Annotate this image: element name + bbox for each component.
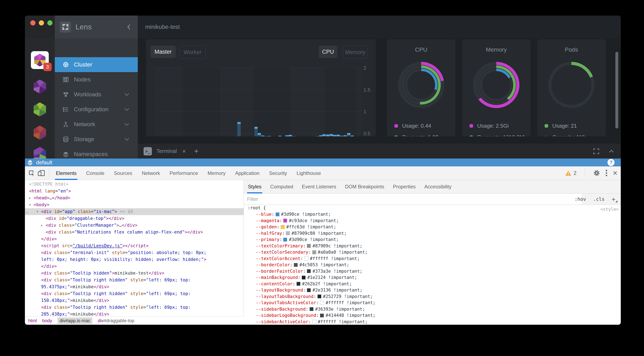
css-variable-row[interactable]: --textColorSecondary:#a0a0a0 !important; (244, 249, 621, 255)
color-swatch[interactable] (294, 263, 298, 267)
dom-node-line[interactable]: </div> (25, 236, 244, 242)
devtools-settings-gear-icon[interactable] (594, 170, 600, 176)
styles-tab-properties[interactable]: Properties (393, 180, 416, 193)
color-swatch[interactable] (283, 219, 287, 222)
dom-node-line[interactable]: <script src="/build/LensDev.js"></script… (25, 242, 244, 249)
cluster-rail-item-cluster-3[interactable] (31, 101, 49, 118)
color-swatch[interactable] (281, 225, 285, 229)
color-swatch[interactable] (286, 231, 290, 235)
toggle-element-state-button[interactable]: :hov (574, 196, 586, 202)
styles-tab-dom-breakpoints[interactable]: DOM Breakpoints (345, 180, 384, 193)
styles-filter-input[interactable] (244, 194, 582, 204)
dom-node-line[interactable]: 95.4375px;">minikube</div> (25, 283, 244, 290)
css-variable-row[interactable]: --layoutBackground:#2e3136 !important; (244, 287, 621, 293)
color-swatch[interactable] (307, 288, 311, 292)
sidebar-item-storage[interactable]: Storage (55, 132, 138, 147)
dom-node-selected[interactable]: …▼<div id="app" class="is-mac"> == $0 (25, 208, 244, 215)
devtools-tab-memory[interactable]: Memory (208, 167, 226, 180)
dom-node-line[interactable]: ▶<head>…</head> (25, 194, 244, 201)
expand-arrow-icon[interactable]: ▶ (41, 222, 43, 229)
chevron-down-icon[interactable] (124, 93, 130, 96)
dom-node-line[interactable]: <div class="terminal-init" style="positi… (25, 249, 244, 256)
dom-node-line[interactable]: <div class="Tooltip right hidden" style=… (25, 304, 244, 311)
sidebar-item-cluster[interactable]: Cluster (55, 57, 138, 72)
style-source-link[interactable]: <style> (600, 207, 619, 212)
chevron-down-icon[interactable] (124, 108, 130, 111)
chevron-down-icon[interactable] (124, 123, 130, 126)
sidebar-collapse-button[interactable] (126, 23, 132, 30)
dom-node-line[interactable]: ▼<body> (25, 201, 244, 208)
breadcrumb-item[interactable]: div#draggable-top (98, 318, 134, 324)
css-variable-row[interactable]: --layoutTabsActiveColor:#ffffff !importa… (244, 300, 621, 306)
minimize-window-button[interactable] (39, 20, 44, 25)
new-style-rule-button[interactable]: + (612, 196, 615, 203)
sidebar-item-configuration[interactable]: Configuration (55, 102, 138, 117)
metric-cpu-tab[interactable]: CPU (319, 46, 337, 58)
css-variable-row[interactable]: --sidebarBackground:#36393e !important; (244, 306, 621, 313)
close-window-button[interactable] (30, 20, 36, 25)
color-swatch[interactable] (296, 282, 300, 286)
styles-tab-computed[interactable]: Computed (270, 180, 293, 193)
css-variable-row[interactable]: --textColorAccent:#ffffff !important; (244, 255, 621, 262)
devtools-tab-application[interactable]: Application (235, 167, 259, 180)
color-swatch[interactable] (302, 276, 306, 280)
fullscreen-icon[interactable] (593, 148, 600, 155)
dom-node-line[interactable]: <div class="Tooltip hidden">minikube-tes… (25, 270, 244, 277)
devtools-tab-security[interactable]: Security (269, 167, 287, 180)
css-variable-row[interactable]: --contentColor:#262b2f !important; (244, 281, 621, 287)
collapse-dock-chevron-icon[interactable] (608, 149, 614, 154)
css-variable-row[interactable]: --blue:#3d90ce !important; (244, 211, 621, 218)
color-swatch[interactable] (307, 244, 311, 248)
devtools-menu-dots-icon[interactable] (606, 170, 608, 177)
breadcrumb-item[interactable]: html (28, 318, 37, 324)
styles-tab-event-listeners[interactable]: Event Listeners (302, 180, 336, 193)
chevron-down-icon[interactable] (124, 138, 130, 141)
cluster-rail-item-cluster-2[interactable] (31, 78, 49, 96)
css-variable-row[interactable]: --sidebarActiveColor:#ffffff !important; (244, 319, 621, 325)
color-swatch[interactable] (283, 238, 287, 242)
dom-node-line[interactable]: </div> (25, 263, 244, 270)
devtools-tab-performance[interactable]: Performance (170, 167, 198, 180)
color-swatch[interactable] (310, 307, 314, 311)
color-swatch[interactable] (312, 320, 316, 324)
metric-memory-tab[interactable]: Memory (343, 46, 368, 59)
main-scrollbar[interactable] (615, 52, 618, 129)
color-swatch[interactable] (312, 250, 316, 254)
dom-node-line[interactable]: <div id="draggable-top"></div> (25, 215, 244, 222)
sidebar-item-network[interactable]: Network (55, 117, 138, 132)
expand-arrow-icon[interactable]: ▼ (36, 208, 38, 215)
expand-arrow-icon[interactable]: ▼ (29, 201, 31, 208)
dom-node-line[interactable]: left: 0px; height: 0px; visibility: hidd… (25, 256, 244, 263)
styles-tab-styles[interactable]: Styles (248, 180, 262, 193)
cluster-rail-item-cluster-4[interactable] (31, 124, 49, 142)
dom-node-line[interactable]: 205.438px;">minikube</div> (25, 311, 244, 316)
zoom-window-button[interactable] (47, 20, 52, 25)
dom-node-line[interactable]: <div class="Tooltip right hidden" style=… (25, 290, 244, 297)
dom-node-line[interactable]: <div class="Tooltip right hidden" style=… (25, 277, 244, 283)
color-swatch[interactable] (320, 314, 324, 318)
devtools-close-icon[interactable]: × (613, 169, 618, 178)
css-variable-row[interactable]: --borderFaintColor:#373a3e !important; (244, 268, 621, 275)
styles-tab-accessibility[interactable]: Accessibility (424, 180, 452, 193)
css-rules-list[interactable]: <style> :root { --blue:#3d90ce !importan… (244, 205, 621, 325)
dom-node-line[interactable]: ▶<div class="ClusterManager">…</div> (25, 222, 244, 229)
titlebar[interactable]: Lens minikube-test (25, 15, 621, 38)
css-variable-row[interactable]: --layoutTabsBackground:#252729 !importan… (244, 293, 621, 300)
node-worker-tab[interactable]: Worker (180, 46, 206, 59)
node-master-tab[interactable]: Master (150, 46, 176, 58)
color-swatch[interactable] (276, 212, 280, 216)
color-swatch[interactable] (318, 294, 322, 298)
css-variable-row[interactable]: --mainBackground:#1e2124 !important; (244, 274, 621, 281)
inspect-element-icon[interactable] (27, 169, 36, 178)
color-swatch[interactable] (307, 269, 311, 273)
terminal-add-icon[interactable]: + (194, 147, 198, 156)
css-variable-row[interactable]: --borderColor:#4c5053 !important; (244, 262, 621, 268)
terminal-tab-label[interactable]: Terminal (156, 148, 177, 154)
cluster-rail-item-active-cluster[interactable]: 3 (31, 51, 49, 69)
device-toolbar-icon[interactable] (36, 169, 46, 178)
terminal-close-icon[interactable]: × (182, 148, 186, 155)
breadcrumb-item[interactable]: body (42, 318, 52, 324)
color-swatch[interactable] (304, 257, 308, 260)
breadcrumb-item[interactable]: div#app.is-mac (58, 318, 92, 324)
console-warnings-badge[interactable]: 2 (565, 170, 576, 176)
